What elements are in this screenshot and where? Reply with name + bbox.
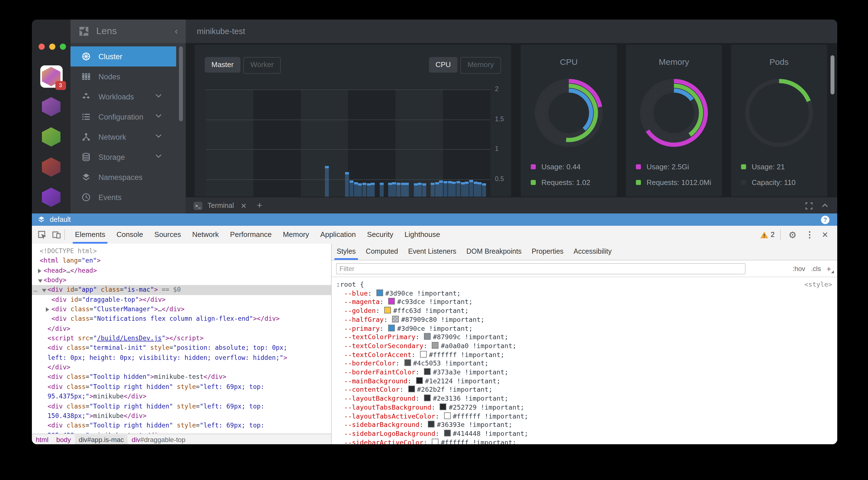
chart-bar[interactable]: [371, 183, 375, 197]
dom-tree-row[interactable]: 95.4375px;">minikube</div>: [32, 392, 331, 402]
dom-tree-row[interactable]: <body>: [32, 275, 331, 285]
dom-tree-row[interactable]: <div class="Tooltip hidden">minikube-tes…: [32, 372, 331, 382]
dom-tree-row[interactable]: <!DOCTYPE html>: [32, 246, 331, 256]
color-swatch[interactable]: [440, 404, 446, 410]
device-toolbar-icon[interactable]: [52, 230, 61, 239]
expand-arrow-icon[interactable]: [46, 307, 49, 312]
metric-tab-cpu[interactable]: CPU: [429, 57, 458, 73]
chart-bar[interactable]: [354, 182, 358, 197]
dom-tree-row[interactable]: <div class="ClusterManager">…</div>: [32, 305, 331, 314]
toggle-hover-state-button[interactable]: :hov: [793, 265, 805, 272]
terminal-close-icon[interactable]: ✕: [241, 201, 247, 210]
cluster-rail-item-2[interactable]: [40, 126, 62, 148]
dom-tree-row[interactable]: <div class="Tooltip right hidden" style=…: [32, 382, 331, 392]
css-variable-row[interactable]: --contentColor: #262b2f !important;: [336, 386, 837, 395]
sidebar-item-storage[interactable]: Storage: [70, 147, 176, 167]
color-swatch[interactable]: [424, 333, 431, 340]
css-variable-row[interactable]: --borderColor: #4c5053 !important;: [336, 359, 837, 368]
chart-bar[interactable]: [413, 183, 417, 197]
terminal-tab[interactable]: Terminal: [208, 202, 234, 210]
css-variable-row[interactable]: --sidebarBackground: #36393e !important;: [336, 421, 837, 430]
color-swatch[interactable]: [428, 421, 435, 428]
styles-tab-properties[interactable]: Properties: [527, 244, 568, 260]
devtools-tab-elements[interactable]: Elements: [69, 226, 111, 244]
styles-tab-styles[interactable]: Styles: [332, 244, 361, 260]
chart-bar[interactable]: [456, 181, 460, 197]
sidebar-item-nodes[interactable]: Nodes: [70, 67, 176, 87]
namespace-statusbar[interactable]: default ?: [32, 213, 837, 226]
dom-tree-row[interactable]: <div class="Tooltip right hidden" style=…: [32, 421, 331, 431]
styles-filter-input[interactable]: [336, 263, 746, 274]
cluster-rail-item-0[interactable]: 3: [40, 65, 62, 88]
dom-tree-row[interactable]: <div class="Tooltip right hidden" style=…: [32, 402, 331, 411]
dom-tree-row[interactable]: <div id="draggable-top"></div>: [32, 295, 331, 305]
chart-bar[interactable]: [418, 183, 422, 197]
chart-bar[interactable]: [482, 183, 486, 197]
css-variable-row[interactable]: --sidebarLogoBackground: #414448 !import…: [336, 430, 837, 438]
new-style-rule-button[interactable]: +: [827, 264, 831, 273]
color-swatch[interactable]: [444, 430, 451, 437]
sidebar-item-events[interactable]: Events: [70, 187, 176, 207]
chart-bar[interactable]: [349, 180, 353, 197]
styles-tab-computed[interactable]: Computed: [361, 244, 403, 260]
sidebar-item-namespaces[interactable]: Namespaces: [70, 167, 176, 187]
chart-bar[interactable]: [388, 183, 392, 197]
dom-tree-row[interactable]: <head>…</head>: [32, 266, 331, 275]
sidebar-collapse-button[interactable]: ‹: [175, 26, 178, 37]
dock-fullscreen-icon[interactable]: [805, 202, 813, 209]
sidebar-item-configuration[interactable]: Configuration: [70, 107, 176, 127]
color-swatch[interactable]: [420, 351, 427, 357]
chart-bar[interactable]: [397, 183, 400, 197]
settings-gear-icon[interactable]: ⚙: [788, 229, 797, 240]
devtools-tab-performance[interactable]: Performance: [224, 226, 277, 244]
styles-tab-accessibility[interactable]: Accessibility: [568, 244, 617, 260]
dom-tree-row[interactable]: <div class="Notifications flex column al…: [32, 314, 331, 324]
devtools-menu-icon[interactable]: ⋮: [806, 230, 814, 240]
css-variable-row[interactable]: --halfGray: #87909c80 !important;: [336, 316, 837, 324]
chart-bar[interactable]: [439, 180, 443, 197]
chart-bar[interactable]: [345, 172, 349, 197]
css-variable-row[interactable]: --blue: #3d90ce !important;: [336, 289, 837, 298]
warning-count[interactable]: 2: [771, 231, 775, 239]
color-swatch[interactable]: [432, 342, 439, 349]
chart-bar[interactable]: [473, 182, 477, 197]
collapse-arrow-icon[interactable]: [42, 289, 46, 293]
style-source-link[interactable]: <style>: [805, 280, 832, 289]
sidebar-item-workloads[interactable]: Workloads: [70, 87, 176, 107]
color-swatch[interactable]: [384, 307, 391, 313]
color-swatch[interactable]: [392, 316, 399, 322]
chart-bar[interactable]: [422, 183, 426, 197]
chart-bar[interactable]: [363, 183, 366, 197]
styles-tab-dom-breakpoints[interactable]: DOM Breakpoints: [461, 244, 527, 260]
color-swatch[interactable]: [416, 377, 423, 384]
css-variable-row[interactable]: --layoutTabsActiveColor: #ffffff !import…: [336, 412, 837, 421]
color-swatch[interactable]: [408, 386, 415, 392]
source-file-link[interactable]: /build/LensDev.js: [97, 335, 162, 342]
warning-icon[interactable]: [760, 231, 769, 238]
dom-tree-row[interactable]: </div>: [32, 324, 331, 334]
dom-tree-row[interactable]: 150.438px;">minikube</div>: [32, 411, 331, 421]
sidebar-item-network[interactable]: Network: [70, 127, 176, 147]
terminal-add-icon[interactable]: +: [257, 200, 262, 211]
devtools-tab-memory[interactable]: Memory: [277, 226, 315, 244]
devtools-close-icon[interactable]: ✕: [822, 230, 828, 239]
color-swatch[interactable]: [424, 368, 431, 375]
css-variable-row[interactable]: --magenta: #c93dce !important;: [336, 298, 837, 307]
chart-bar[interactable]: [448, 181, 452, 197]
expand-arrow-icon[interactable]: [38, 269, 41, 273]
css-variable-row[interactable]: --layoutTabsBackground: #252729 !importa…: [336, 404, 837, 412]
dom-tree-row[interactable]: 205.438px;">minikube-test</div>: [32, 431, 331, 434]
sidebar-scrollbar[interactable]: [179, 46, 183, 121]
dom-tree-row[interactable]: </div>: [32, 363, 331, 372]
chart-bar[interactable]: [452, 182, 456, 197]
dom-tree-row[interactable]: <div class="terminal-init" style="positi…: [32, 343, 331, 353]
color-swatch[interactable]: [424, 395, 431, 401]
minimize-button[interactable]: [49, 43, 55, 50]
node-tab-master[interactable]: Master: [205, 57, 240, 73]
sidebar-item-cluster[interactable]: Cluster: [70, 46, 176, 67]
cluster-rail-item-3[interactable]: [40, 156, 62, 178]
chart-bar[interactable]: [358, 183, 362, 197]
css-variable-row[interactable]: --sidebarActiveColor: #ffffff !important…: [336, 438, 837, 444]
chart-bar[interactable]: [367, 183, 371, 197]
dom-tree-row[interactable]: <html lang="en">: [32, 256, 331, 266]
